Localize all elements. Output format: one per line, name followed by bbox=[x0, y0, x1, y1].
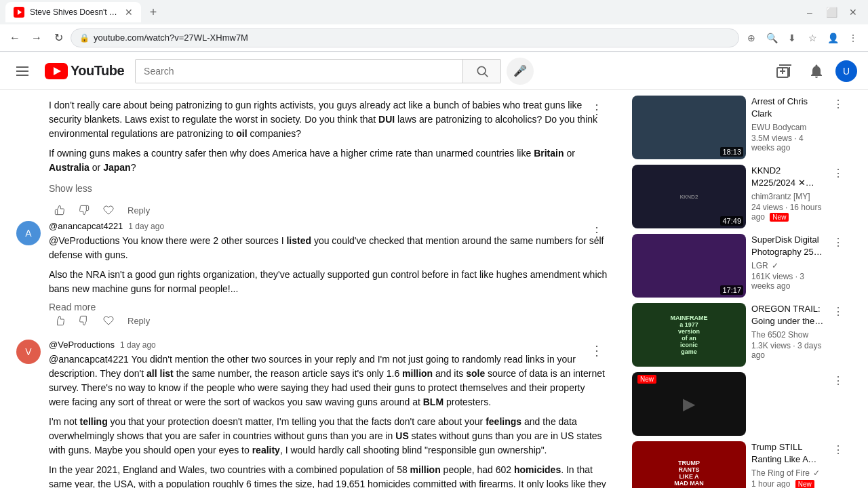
reply-button[interactable]: Reply bbox=[122, 313, 155, 329]
search-bar[interactable] bbox=[135, 59, 501, 83]
sidebar-video-title: SuperDisk Digital Photography 25 Years L… bbox=[751, 234, 825, 258]
sidebar-more-button[interactable]: ⋮ bbox=[830, 165, 846, 181]
thumb-duration: 47:49 bbox=[720, 216, 743, 226]
sidebar-video-title: Trump STILL Ranting Like A Madman About … bbox=[751, 441, 825, 466]
sidebar-video-item[interactable]: 17:17 SuperDisk Digital Photography 25 Y… bbox=[632, 234, 846, 298]
comment-author[interactable]: @VeProductions bbox=[49, 340, 115, 350]
comment-avatar[interactable]: V bbox=[16, 340, 41, 364]
sidebar-video-channel: chim3rantz [MY] bbox=[751, 192, 825, 201]
yt-logo-text: YouTube bbox=[71, 63, 124, 79]
sidebar-more-button[interactable]: ⋮ bbox=[830, 303, 846, 319]
dislike-button[interactable] bbox=[73, 312, 95, 329]
extensions-button[interactable]: ⊕ bbox=[742, 28, 761, 47]
forward-button[interactable]: → bbox=[27, 28, 46, 47]
sidebar-video-title: Arrest of Chris Clark bbox=[751, 96, 825, 120]
sidebar-video-info: SuperDisk Digital Photography 25 Years L… bbox=[751, 234, 825, 298]
more-btn[interactable]: ⋮ bbox=[844, 28, 863, 47]
address-bar[interactable]: 🔒 youtube.com/watch?v=27WL-XHmw7M bbox=[71, 28, 739, 47]
user-avatar[interactable]: U bbox=[835, 60, 857, 82]
reload-button[interactable]: ↻ bbox=[49, 28, 68, 47]
tab-close-button[interactable]: ✕ bbox=[125, 7, 133, 17]
heart-button[interactable] bbox=[98, 312, 119, 329]
menu-button[interactable] bbox=[11, 61, 34, 81]
comment-header: @anancapcat4221 1 day ago bbox=[49, 221, 608, 231]
new-badge: New bbox=[770, 213, 789, 222]
show-less-button[interactable]: Show less bbox=[49, 180, 608, 197]
like-button[interactable] bbox=[49, 202, 71, 218]
comment-time: 1 day ago bbox=[120, 340, 156, 350]
comment-actions: Reply bbox=[49, 202, 608, 218]
sidebar-video-item[interactable]: TRUMPRANTSLIKE AMAD MAN 5:56 Trump STILL… bbox=[632, 441, 846, 488]
sidebar-video-info: KKND2 M225/2024 ✕ $915K ✕ KKND2 Map KKND… bbox=[751, 165, 825, 228]
sidebar-more-button[interactable]: ⋮ bbox=[830, 441, 846, 458]
read-more-button[interactable]: Read more bbox=[49, 302, 608, 312]
like-button[interactable] bbox=[49, 312, 71, 329]
sidebar-video-item[interactable]: KKND2 47:49 KKND2 M225/2024 ✕ $915K ✕ KK… bbox=[632, 165, 846, 228]
sidebar-video-info: OREGON TRAIL: Going under the hood with … bbox=[751, 303, 825, 367]
tab-title: Steve Shives Doesn't Think You... bbox=[30, 7, 119, 17]
search-input[interactable] bbox=[136, 60, 462, 83]
comment-actions: Reply bbox=[49, 312, 608, 329]
maximize-button[interactable]: ⬜ bbox=[822, 3, 841, 22]
svg-point-4 bbox=[477, 66, 486, 75]
reply-button[interactable]: Reply bbox=[122, 203, 155, 218]
voice-search-button[interactable]: 🎤 bbox=[507, 58, 534, 85]
sidebar-thumbnail: MAINFRAMEa 1977versionof aniconicgame bbox=[632, 303, 746, 367]
more-options-button[interactable]: ⋮ bbox=[586, 221, 608, 243]
yt-sidebar: 18:13 Arrest of Chris Clark EWU Bodycam … bbox=[624, 90, 854, 488]
comment-avatar[interactable]: A bbox=[16, 221, 41, 245]
verified-icon: ✓ bbox=[772, 261, 778, 270]
sidebar-video-item[interactable]: MAINFRAMEa 1977versionof aniconicgame OR… bbox=[632, 303, 846, 367]
more-options-button[interactable]: ⋮ bbox=[586, 98, 608, 120]
bookmark-btn[interactable]: ☆ bbox=[803, 28, 822, 47]
hamburger-icon bbox=[16, 70, 28, 72]
search-icon-btn[interactable]: 🔍 bbox=[762, 28, 781, 47]
minimize-button[interactable]: – bbox=[800, 3, 819, 22]
comment-item: V @VeProductions 1 day ago @anancapcat42… bbox=[16, 340, 608, 488]
create-button[interactable] bbox=[770, 58, 797, 85]
thumb-bg: MAINFRAMEa 1977versionof aniconicgame bbox=[632, 303, 746, 367]
thumb-duration: 17:17 bbox=[720, 285, 743, 295]
comment-text: Also the NRA isn't a good gun rights org… bbox=[49, 268, 608, 296]
url-text: youtube.com/watch?v=27WL-XHmw7M bbox=[94, 33, 730, 43]
browser-titlebar: Steve Shives Doesn't Think You... ✕ + – … bbox=[0, 0, 868, 24]
sidebar-more-button[interactable]: ⋮ bbox=[830, 372, 846, 388]
new-badge: New bbox=[637, 375, 656, 384]
verified-icon: ✓ bbox=[813, 468, 820, 478]
sidebar-video-meta: 1 hour ago New bbox=[751, 479, 825, 488]
sidebar-video-item[interactable]: ▶ New ⋮ bbox=[632, 372, 846, 436]
comment-item: I don't really care about being patroniz… bbox=[16, 98, 608, 218]
sidebar-more-button[interactable]: ⋮ bbox=[830, 234, 846, 250]
sidebar-video-channel: LGR ✓ bbox=[751, 261, 825, 270]
notifications-button[interactable] bbox=[803, 58, 830, 85]
close-button[interactable]: ✕ bbox=[844, 3, 863, 22]
comment-author[interactable]: @anancapcat4221 bbox=[49, 221, 123, 231]
sidebar-video-meta: 1.3K views · 3 days ago bbox=[751, 341, 825, 360]
yt-logo-icon bbox=[45, 63, 68, 79]
tab-favicon bbox=[14, 7, 24, 18]
profile-btn[interactable]: 👤 bbox=[823, 28, 842, 47]
sidebar-more-button[interactable]: ⋮ bbox=[830, 96, 846, 112]
comment-body: I don't really care about being patroniz… bbox=[49, 98, 608, 218]
sidebar-video-item[interactable]: 18:13 Arrest of Chris Clark EWU Bodycam … bbox=[632, 96, 846, 159]
comment-item: A @anancapcat4221 1 day ago @VeProductio… bbox=[16, 221, 608, 329]
yt-main: I don't really care about being patroniz… bbox=[0, 90, 868, 488]
back-button[interactable]: ← bbox=[5, 28, 24, 47]
sidebar-video-meta: 161K views · 3 weeks ago bbox=[751, 272, 825, 291]
browser-chrome: Steve Shives Doesn't Think You... ✕ + – … bbox=[0, 0, 868, 52]
heart-button[interactable] bbox=[98, 202, 119, 218]
download-btn[interactable]: ⬇ bbox=[783, 28, 802, 47]
active-tab[interactable]: Steve Shives Doesn't Think You... ✕ bbox=[5, 2, 141, 22]
yt-logo[interactable]: YouTube bbox=[45, 63, 124, 79]
youtube-app: YouTube 🎤 bbox=[0, 52, 868, 488]
comment-time: 1 day ago bbox=[128, 222, 164, 231]
search-submit-button[interactable] bbox=[462, 59, 500, 83]
thumb-bg: TRUMPRANTSLIKE AMAD MAN bbox=[632, 441, 746, 488]
sidebar-video-meta: 3.5M views · 4 weeks ago bbox=[751, 134, 825, 152]
sidebar-video-info: Trump STILL Ranting Like A Madman About … bbox=[751, 441, 825, 488]
dislike-button[interactable] bbox=[73, 202, 95, 218]
tab-bar: Steve Shives Doesn't Think You... ✕ + bbox=[5, 2, 163, 22]
more-options-button[interactable]: ⋮ bbox=[586, 340, 608, 361]
new-tab-button[interactable]: + bbox=[144, 3, 163, 22]
sidebar-video-channel: The Ring of Fire ✓ bbox=[751, 468, 825, 478]
